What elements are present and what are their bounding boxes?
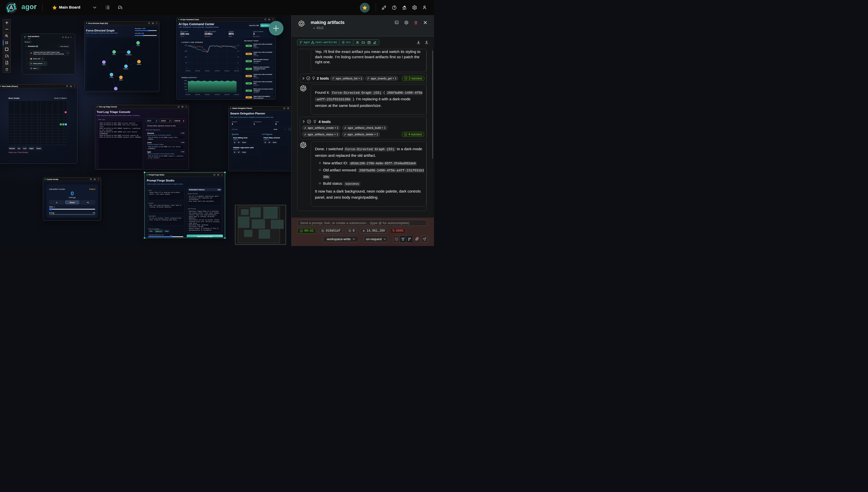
svg-text:15:49:52: 15:49:52 [195, 94, 200, 95]
svg-text:850: 850 [185, 89, 187, 90]
svg-text:15:50:24: 15:50:24 [234, 70, 239, 72]
svg-text:15:50:09: 15:50:09 [215, 70, 220, 72]
svg-text:5: 5 [238, 62, 238, 64]
svg-text:285: 285 [185, 50, 187, 52]
svg-text:95: 95 [185, 62, 187, 64]
svg-text:LATENCY AND ERRORS: LATENCY AND ERRORS [181, 41, 203, 43]
svg-text:Logs: Logs [137, 45, 140, 46]
svg-text:Report: Report [137, 64, 141, 65]
svg-text:Reviewer: Reviewer [126, 54, 131, 55]
svg-text:0: 0 [186, 68, 187, 69]
svg-text:15:49:46: 15:49:46 [185, 70, 190, 72]
svg-text:Planner: Planner [124, 68, 128, 70]
svg-text:Patch: Patch [119, 79, 123, 81]
svg-text:15: 15 [238, 50, 239, 52]
svg-text:Coder: Coder [110, 76, 114, 78]
svg-text:15:50:16: 15:50:16 [224, 70, 230, 72]
svg-text:Docs: Docs [113, 54, 116, 55]
svg-text:380: 380 [185, 45, 187, 46]
svg-text:15:49:44: 15:49:44 [185, 94, 190, 95]
svg-text:15:49:53: 15:49:53 [195, 70, 200, 72]
svg-text:0: 0 [186, 92, 187, 93]
svg-text:2550: 2550 [184, 83, 187, 84]
svg-text:20: 20 [238, 45, 239, 46]
svg-text:MCP: MCP [102, 64, 106, 66]
svg-text:15:50:01: 15:50:01 [205, 70, 210, 72]
svg-text:TOKEN ACTIVITY: TOKEN ACTIVITY [181, 77, 197, 78]
svg-text:1700: 1700 [184, 86, 187, 88]
svg-text:15:50:08: 15:50:08 [215, 94, 220, 95]
svg-text:3400: 3400 [184, 80, 187, 81]
svg-text:15:50:15: 15:50:15 [224, 94, 230, 95]
svg-text:190: 190 [185, 56, 187, 58]
svg-text:15:50:24: 15:50:24 [234, 94, 239, 95]
svg-text:15:50:00: 15:50:00 [205, 94, 210, 95]
svg-text:10: 10 [238, 56, 239, 58]
svg-text:0: 0 [238, 68, 238, 69]
